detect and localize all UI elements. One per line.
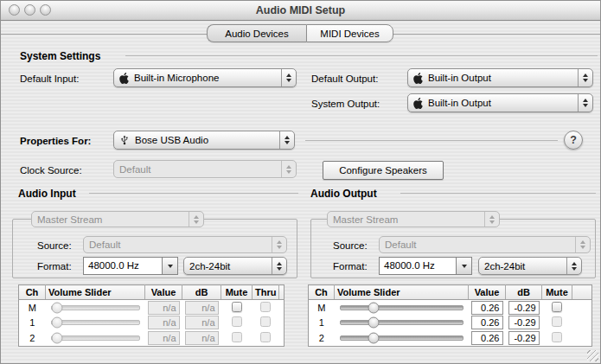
configure-speakers-button[interactable]: Configure Speakers <box>323 161 444 180</box>
tab-audio-devices[interactable]: Audio Devices <box>207 24 306 42</box>
col-header-db: dB <box>506 285 542 300</box>
up-down-arrows-icon <box>578 69 592 86</box>
apple-icon <box>413 98 423 109</box>
window-title: Audio MIDI Setup <box>1 1 600 20</box>
help-button[interactable]: ? <box>564 131 583 150</box>
input-format-popup[interactable]: 2ch-24bit <box>183 257 287 275</box>
db-field: n/a <box>185 301 219 315</box>
output-stream-popup: Master Stream <box>327 211 500 227</box>
system-settings-rule <box>125 55 598 56</box>
thru-checkbox <box>260 302 271 312</box>
volume-slider[interactable] <box>340 305 464 310</box>
up-down-arrows-icon <box>566 258 581 274</box>
properties-for-popup[interactable]: Bose USB Audio <box>113 131 295 150</box>
db-field: n/a <box>185 331 219 345</box>
input-sample-rate-combo[interactable]: 48000.0 Hz <box>83 257 178 275</box>
value-field[interactable]: 0.26 <box>471 331 503 345</box>
input-format-value: 2ch-24bit <box>184 261 272 271</box>
zoom-button[interactable] <box>40 4 51 16</box>
output-format-popup[interactable]: 2ch-24bit <box>478 257 582 275</box>
value-field[interactable]: 0.26 <box>471 301 503 315</box>
system-output-value: Built-in Output <box>423 98 578 108</box>
mute-checkbox[interactable] <box>552 316 562 327</box>
properties-for-value: Bose USB Audio <box>130 135 279 145</box>
col-header-mute: Mute <box>221 285 253 300</box>
db-field[interactable]: -0.29 <box>508 301 540 315</box>
default-output-label: Default Output: <box>311 73 378 84</box>
default-input-popup[interactable]: Built-in Microphone <box>113 68 297 87</box>
channel-label: M <box>309 300 335 316</box>
table-row: 1 n/a n/a <box>19 316 285 331</box>
col-header-volume-slider: Volume Slider <box>335 285 469 300</box>
output-format-value: 2ch-24bit <box>479 261 566 271</box>
volume-slider-thumb[interactable] <box>51 332 62 343</box>
col-header-volume-slider: Volume Slider <box>46 285 145 300</box>
down-arrow-icon[interactable] <box>456 258 471 274</box>
audio-output-channel-table: Ch Volume Slider Value dB Mute M 0.26 -0… <box>308 284 592 347</box>
input-stream-value: Master Stream <box>32 214 189 225</box>
db-field[interactable]: -0.29 <box>508 316 540 329</box>
col-header-ch: Ch <box>309 285 335 300</box>
volume-slider-thumb[interactable] <box>368 302 379 313</box>
db-field[interactable]: -0.29 <box>508 331 540 345</box>
system-output-label: System Output: <box>311 99 380 109</box>
volume-slider[interactable] <box>340 320 464 325</box>
thru-checkbox <box>260 332 271 342</box>
mute-checkbox[interactable] <box>232 316 242 327</box>
properties-rule <box>305 140 558 141</box>
input-format-label: Format: <box>37 261 72 271</box>
down-arrow-icon[interactable] <box>162 258 177 274</box>
table-header-row: Ch Volume Slider Value dB Mute <box>309 285 592 300</box>
mute-checkbox[interactable] <box>552 332 562 342</box>
volume-slider[interactable] <box>51 320 140 325</box>
resize-grip-icon[interactable] <box>587 350 598 361</box>
output-sample-rate-combo[interactable]: 48000.0 Hz <box>379 257 472 275</box>
mute-checkbox[interactable] <box>552 302 562 312</box>
default-input-value: Built-in Microphone <box>129 73 281 83</box>
mute-checkbox[interactable] <box>232 302 242 312</box>
table-row: 2 n/a n/a <box>19 330 285 346</box>
col-header-empty <box>572 285 592 300</box>
close-button[interactable] <box>9 4 20 16</box>
usb-icon <box>119 134 130 146</box>
minimize-button[interactable] <box>24 4 35 16</box>
properties-for-label: Properties For: <box>20 136 91 146</box>
table-header-row: Ch Volume Slider Value dB Mute Thru <box>19 285 285 300</box>
input-stream-popup: Master Stream <box>31 211 204 227</box>
value-field: n/a <box>148 331 180 345</box>
up-down-arrows-icon <box>484 212 499 227</box>
mute-checkbox[interactable] <box>232 332 242 342</box>
col-header-db: dB <box>182 285 221 300</box>
default-input-label: Default Input: <box>20 73 79 84</box>
volume-slider[interactable] <box>340 335 464 341</box>
thru-checkbox <box>260 316 271 327</box>
volume-slider-thumb[interactable] <box>51 317 62 329</box>
titlebar[interactable]: Audio MIDI Setup <box>1 1 600 21</box>
apple-icon <box>119 73 129 84</box>
up-down-arrows-icon <box>578 94 592 112</box>
volume-slider-thumb[interactable] <box>368 317 379 329</box>
output-format-label: Format: <box>333 261 368 271</box>
volume-slider[interactable] <box>51 335 140 341</box>
apple-icon <box>413 73 423 84</box>
input-source-value: Default <box>84 239 272 250</box>
up-down-arrows-icon <box>281 69 296 86</box>
channel-label: 2 <box>309 330 335 346</box>
col-header-value: Value <box>145 285 182 300</box>
clock-source-label: Clock Source: <box>20 165 82 176</box>
col-header-ch: Ch <box>19 285 46 300</box>
channel-label: M <box>19 300 46 316</box>
volume-slider-thumb[interactable] <box>368 332 379 343</box>
table-row: M n/a n/a <box>19 300 285 316</box>
default-output-popup[interactable]: Built-in Output <box>407 68 593 87</box>
clock-source-value: Default <box>114 164 281 175</box>
table-row: 1 0.26 -0.29 <box>309 316 592 331</box>
up-down-arrows-icon <box>272 237 286 252</box>
tab-midi-devices[interactable]: MIDI Devices <box>306 24 393 42</box>
system-output-popup[interactable]: Built-in Output <box>407 93 593 112</box>
volume-slider-thumb[interactable] <box>51 302 62 313</box>
col-header-mute: Mute <box>542 285 572 300</box>
value-field[interactable]: 0.26 <box>471 316 503 329</box>
audio-output-heading: Audio Output <box>310 188 377 200</box>
volume-slider[interactable] <box>51 305 140 310</box>
